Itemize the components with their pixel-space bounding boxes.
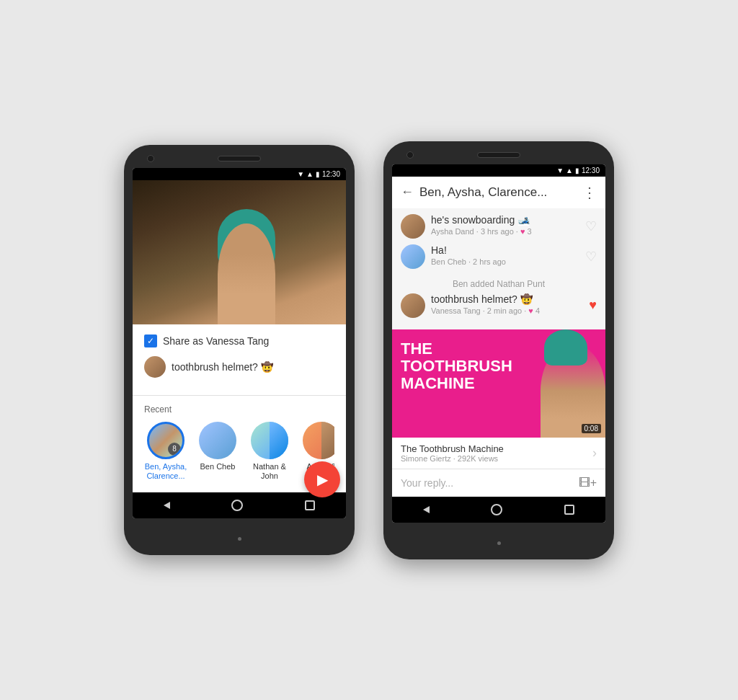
msg-meta-vanessa: Vanessa Tang · 2 min ago · ♥ 4 <box>431 306 583 315</box>
scene: ▼ ▲ ▮ 12:30 ✓ Share as Vanessa <box>110 127 628 574</box>
contact-badge-0: 8 <box>168 443 181 456</box>
bottom-indicator-2 <box>392 539 605 545</box>
msg-text-0: he's snowboarding 🎿 <box>431 214 579 226</box>
contact-avatar-1 <box>199 422 236 459</box>
video-card: THE TOOTHBRUSH MACHINE 0:08 The Toothbru… <box>392 329 605 469</box>
chat-title: Ben, Aysha, Clarence... <box>419 185 577 200</box>
phone-speaker-2 <box>477 152 520 158</box>
phone-top-1 <box>133 155 346 168</box>
front-camera-2 <box>406 151 414 159</box>
msg-meta-1: Ben Cheb · 2 hrs ago <box>431 257 579 266</box>
back-button[interactable]: ← <box>401 185 414 200</box>
msg-content-vanessa: toothbrush helmet? 🤠 Vanessa Tang · 2 mi… <box>431 293 583 315</box>
video-thumb-text: THE TOOTHBRUSH MACHINE <box>401 340 512 393</box>
msg-avatar-vanessa <box>401 293 425 318</box>
thumb-line2: TOOTHBRUSH <box>401 358 512 375</box>
battery-icon: ▮ <box>316 170 320 178</box>
chat-header: ← Ben, Aysha, Clarence... ⋮ <box>392 177 605 208</box>
message-item-vanessa: toothbrush helmet? 🤠 Vanessa Tang · 2 mi… <box>401 293 597 318</box>
share-panel: ✓ Share as Vanessa Tang toothbrush helme… <box>133 324 346 395</box>
wifi-icon: ▼ <box>297 170 304 178</box>
message-item-0: he's snowboarding 🎿 Aysha Dand · 3 hrs a… <box>401 214 597 239</box>
chat-messages: he's snowboarding 🎿 Aysha Dand · 3 hrs a… <box>392 208 605 329</box>
divider-1 <box>133 395 346 396</box>
phone-screen-2: ▼ ▲ ▮ 12:30 ← Ben, Aysha, Clarence... ⋮ <box>392 164 605 523</box>
status-time-1: 12:30 <box>322 170 340 178</box>
back-nav-icon-2[interactable] <box>423 506 430 513</box>
msg-content-0: he's snowboarding 🎿 Aysha Dand · 3 hrs a… <box>431 214 579 236</box>
status-bar-right-2: ▼ ▲ ▮ 12:30 <box>556 167 600 174</box>
like-button-1[interactable]: ♡ <box>585 249 597 265</box>
home-dot-1 <box>238 537 241 541</box>
recents-nav-icon-1[interactable] <box>305 500 315 510</box>
reply-input[interactable]: Your reply... <box>401 477 579 489</box>
phone-1: ▼ ▲ ▮ 12:30 ✓ Share as Vanessa <box>124 145 355 555</box>
recent-label: Recent <box>144 404 334 415</box>
nav-bar-2 <box>392 497 605 523</box>
home-nav-icon-1[interactable] <box>231 500 243 511</box>
msg-text-1: Ha! <box>431 244 579 256</box>
video-subtitle: Simone Giertz · 292K views <box>401 454 592 463</box>
msg-content-1: Ha! Ben Cheb · 2 hrs ago <box>431 244 579 266</box>
video-info[interactable]: The Toothbrush Machine Simone Giertz · 2… <box>392 438 605 469</box>
contact-name-2: Nathan & John <box>248 462 291 481</box>
message-input[interactable]: toothbrush helmet? 🤠 <box>172 361 334 373</box>
phone-bottom-2 <box>392 523 605 539</box>
signal-icon-2: ▲ <box>566 167 573 174</box>
thumb-line1: THE <box>401 340 512 358</box>
home-dot-2 <box>497 541 501 545</box>
send-fab[interactable]: ▶ <box>304 461 340 497</box>
msg-avatar-ben <box>401 244 425 269</box>
phone-speaker-1 <box>218 156 261 161</box>
more-button[interactable]: ⋮ <box>582 184 597 201</box>
msg-meta-0: Aysha Dand · 3 hrs ago · ♥ 3 <box>431 227 579 236</box>
video-thumbnail-1 <box>133 180 346 324</box>
video-info-text: The Toothbrush Machine Simone Giertz · 2… <box>401 443 592 463</box>
msg-avatar-aysha <box>401 214 425 239</box>
signal-icon: ▲ <box>306 170 314 178</box>
contact-item-2[interactable]: Nathan & John <box>248 422 291 481</box>
phone-bottom-1 <box>133 518 346 534</box>
contact-avatar-2 <box>251 422 288 459</box>
bottom-indicator-1 <box>133 534 346 541</box>
status-time-2: 12:30 <box>582 167 600 174</box>
contact-avatar-0: 8 <box>147 422 184 459</box>
status-bar-2: ▼ ▲ ▮ 12:30 <box>392 164 605 177</box>
nav-bar-1 <box>133 492 346 518</box>
contact-item-0[interactable]: 8 Ben, Aysha, Clarence... <box>144 422 187 481</box>
contact-name-1: Ben Cheb <box>200 462 236 471</box>
video-thumb-right: THE TOOTHBRUSH MACHINE 0:08 <box>392 329 605 438</box>
reply-bar: Your reply... 🎞+ <box>392 469 605 497</box>
phone-top-2 <box>392 151 605 164</box>
home-nav-icon-2[interactable] <box>491 504 502 515</box>
system-message: Ben added Nathan Punt <box>401 275 597 293</box>
recents-nav-icon-2[interactable] <box>564 505 574 515</box>
compose-avatar <box>144 356 166 378</box>
status-bar-right-1: ▼ ▲ ▮ 12:30 <box>297 170 340 178</box>
wifi-icon-2: ▼ <box>556 167 564 174</box>
contact-avatar-3 <box>303 422 334 459</box>
thumb-line3: MACHINE <box>401 375 512 392</box>
contact-item-1[interactable]: Ben Cheb <box>196 422 239 481</box>
share-checkbox[interactable]: ✓ <box>144 335 157 347</box>
like-button-0[interactable]: ♡ <box>585 218 597 234</box>
attach-icon[interactable]: 🎞+ <box>579 477 597 489</box>
contact-name-0: Ben, Aysha, Clarence... <box>144 462 187 481</box>
share-header: ✓ Share as Vanessa Tang <box>144 335 334 347</box>
front-camera-1 <box>147 155 154 162</box>
message-row: toothbrush helmet? 🤠 <box>144 356 334 386</box>
battery-icon-2: ▮ <box>575 167 579 174</box>
status-bar-1: ▼ ▲ ▮ 12:30 <box>133 168 346 180</box>
video-duration: 0:08 <box>582 424 601 433</box>
chevron-right-icon: › <box>592 446 597 461</box>
msg-text-vanessa: toothbrush helmet? 🤠 <box>431 293 583 305</box>
phone-2: ▼ ▲ ▮ 12:30 ← Ben, Aysha, Clarence... ⋮ <box>383 141 614 559</box>
video-title: The Toothbrush Machine <box>401 443 592 454</box>
message-item-1: Ha! Ben Cheb · 2 hrs ago ♡ <box>401 244 597 269</box>
like-button-vanessa[interactable]: ♥ <box>589 298 597 313</box>
share-as-label: Share as Vanessa Tang <box>163 335 269 347</box>
back-nav-icon-1[interactable] <box>164 502 170 509</box>
